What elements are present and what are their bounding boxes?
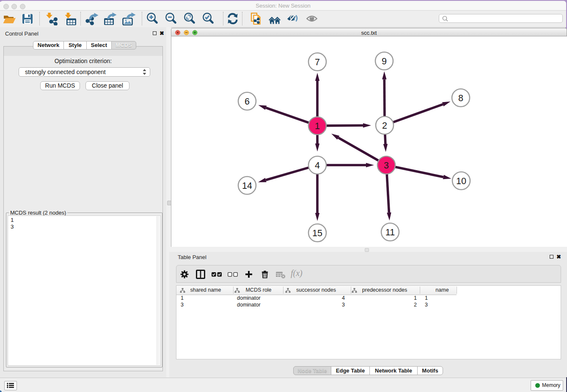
svg-text:4: 4 [315,160,320,171]
svg-text:2: 2 [382,121,387,131]
svg-text:7: 7 [315,57,320,67]
svg-text:9: 9 [382,56,387,66]
svg-text:14: 14 [242,181,252,191]
svg-text:8: 8 [458,93,463,103]
svg-text:1: 1 [315,121,320,131]
svg-text:11: 11 [385,227,395,237]
svg-text:6: 6 [245,97,250,107]
svg-text:3: 3 [384,160,389,171]
svg-text:10: 10 [456,176,466,186]
svg-text:15: 15 [312,228,322,238]
